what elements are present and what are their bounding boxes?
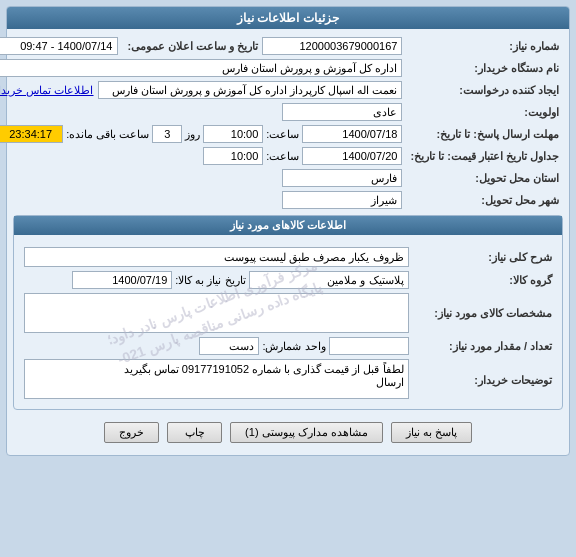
main-panel-header: جزئیات اطلاعات نیاز <box>7 7 569 29</box>
shomara-input[interactable] <box>262 37 402 55</box>
shahr-input[interactable] <box>282 191 402 209</box>
tedad-cell: واحد شمارش: <box>20 335 413 357</box>
ostan-input[interactable] <box>282 169 402 187</box>
ijad-cell: اطلاعات تماس خریدار <box>0 79 406 101</box>
exit-button[interactable]: خروج <box>104 422 159 443</box>
main-title: جزئیات اطلاعات نیاز <box>237 11 339 25</box>
goods-panel: اطلاعات کالاهای مورد نیاز شرح کلی نیاز: … <box>13 215 563 410</box>
moshakhasat-input[interactable] <box>24 293 409 333</box>
jadval-time-label: ساعت: <box>266 150 299 163</box>
sharh-label: شرح کلی نیاز: <box>413 245 556 269</box>
respond-button[interactable]: پاسخ به نیاز <box>391 422 472 443</box>
roz-label: روز <box>185 128 200 141</box>
mohlet-cell: ساعت: روز ساعت باقی مانده: <box>0 123 406 145</box>
gorooh-label: گروه کالا: <box>413 269 556 291</box>
moshakhasat-label: مشخصات کالای مورد نیاز: <box>413 291 556 335</box>
ostan-label: استان محل تحویل: <box>406 167 563 189</box>
moshakhasat-cell: مرکز فرآوری اطلاعات پارس نادر داود؛ پایگ… <box>20 291 413 335</box>
ettelaat-link[interactable]: اطلاعات تماس خریدار <box>0 84 94 97</box>
description-textarea[interactable]: لطفاً قبل از قیمت گذاری با شماره 0917719… <box>24 359 409 399</box>
tedad-unit-input[interactable] <box>199 337 259 355</box>
description-label: توضیحات خریدار: <box>413 357 556 403</box>
jadval-time-input[interactable] <box>203 147 263 165</box>
info-table: شماره نیاز: تاریخ و ساعت اعلان عمومی: نا… <box>0 35 563 211</box>
shomara-label: شماره نیاز: <box>406 35 563 57</box>
jadval-cell: ساعت: <box>0 145 406 167</box>
print-button[interactable]: چاپ <box>167 422 222 443</box>
tedad-input[interactable] <box>329 337 409 355</box>
roz-input[interactable] <box>152 125 182 143</box>
ijad-input[interactable] <box>98 81 403 99</box>
shahr-label: شهر محل تحویل: <box>406 189 563 211</box>
description-cell: لطفاً قبل از قیمت گذاری با شماره 0917719… <box>20 357 413 403</box>
goods-header: اطلاعات کالاهای مورد نیاز <box>14 216 562 235</box>
jadval-label: جداول تاریخ اعتبار قیمت: تا تاریخ: <box>406 145 563 167</box>
gorooh-date-label: تاریخ نیاز به کالا: <box>175 274 245 287</box>
nam-dastgah-label: نام دستگاه خریدار: <box>406 57 563 79</box>
view-docs-button[interactable]: مشاهده مدارک پیوستی (1) <box>230 422 383 443</box>
ostan-cell <box>0 167 406 189</box>
aviloyat-label: اولویت: <box>406 101 563 123</box>
tarikh-input[interactable] <box>0 37 118 55</box>
gorooh-input[interactable] <box>249 271 409 289</box>
mohlet-label: مهلت ارسال پاسخ: تا تاریخ: <box>406 123 563 145</box>
aviloyat-cell <box>0 101 406 123</box>
jadval-date-input[interactable] <box>302 147 402 165</box>
tedad-label: تعداد / مقدار مورد نیاز: <box>413 335 556 357</box>
aviloyat-input[interactable] <box>282 103 402 121</box>
saat-remaining-label: ساعت باقی مانده: <box>66 128 149 141</box>
goods-title: اطلاعات کالاهای مورد نیاز <box>230 219 346 231</box>
mohlet-time-input[interactable] <box>203 125 263 143</box>
shahr-cell <box>0 189 406 211</box>
mohlet-time-label: ساعت: <box>266 128 299 141</box>
gorooh-date-input[interactable] <box>72 271 172 289</box>
mohlet-date-input[interactable] <box>302 125 402 143</box>
ijad-label: ایجاد کننده درخواست: <box>406 79 563 101</box>
bottom-buttons: خروج چاپ مشاهده مدارک پیوستی (1) پاسخ به… <box>13 416 563 449</box>
gorooh-cell: تاریخ نیاز به کالا: <box>20 269 413 291</box>
sharh-cell <box>20 245 413 269</box>
sharh-input[interactable] <box>24 247 409 267</box>
nam-dastgah-input[interactable] <box>0 59 402 77</box>
saat-remaining-input[interactable] <box>0 125 63 143</box>
goods-info-table: شرح کلی نیاز: گروه کالا: تاریخ نیاز به ک… <box>20 245 556 403</box>
tedad-unit-label: واحد شمارش: <box>262 340 325 353</box>
shomara-value-cell: تاریخ و ساعت اعلان عمومی: <box>0 35 406 57</box>
nam-dastgah-cell <box>0 57 406 79</box>
tarikh-label: تاریخ و ساعت اعلان عمومی: <box>122 40 259 53</box>
